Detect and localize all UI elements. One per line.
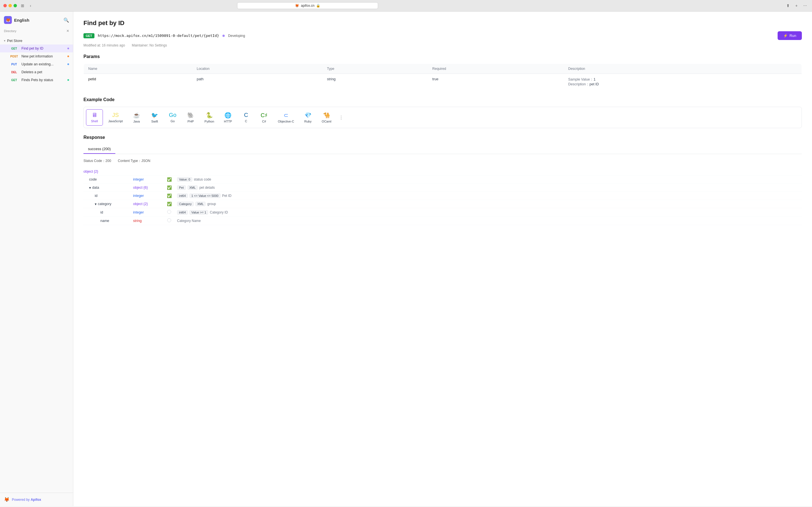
go-icon: Go bbox=[169, 112, 176, 118]
tab-shell-label: Shell bbox=[91, 119, 98, 123]
tree-type-id: integer bbox=[133, 194, 161, 198]
nav-label: Deletes a pet bbox=[21, 70, 42, 74]
tree-row-category: ▾ category object {2} ✅ Category XML gro… bbox=[84, 200, 802, 208]
brand-name: English bbox=[14, 18, 29, 22]
tree-check-id: ✅ bbox=[166, 193, 172, 198]
sidebar-footer: 🦊 Powered by Apifox bbox=[0, 493, 73, 506]
lock-icon: 🔒 bbox=[316, 4, 320, 8]
tab-ocaml-label: OCaml bbox=[322, 120, 331, 123]
maintainer-text: Maintainer: No Settings bbox=[132, 43, 167, 47]
more-tabs-button[interactable]: ⋮ bbox=[337, 109, 346, 126]
run-icon: ⚡ bbox=[783, 34, 788, 38]
tab-ruby-label: Ruby bbox=[304, 120, 312, 123]
tree-check-cat-name bbox=[166, 218, 172, 223]
objective-c-icon: ⊂ bbox=[284, 112, 289, 119]
tag-range: 1 <= Value <= 5000 bbox=[190, 193, 220, 198]
tab-python-label: Python bbox=[204, 120, 214, 123]
toggle-icon: ▾ bbox=[89, 186, 91, 190]
example-code-title: Example Code bbox=[84, 97, 802, 102]
tree-tags-data: Pet XML pet details bbox=[177, 185, 215, 190]
param-description: Sample Value：1 Description：pet ID bbox=[564, 74, 802, 91]
nav-label: Finds Pets by status bbox=[21, 78, 53, 82]
http-icon: 🌐 bbox=[224, 112, 232, 119]
nav-label: Find pet by ID bbox=[21, 47, 43, 50]
nav-label: New pet information bbox=[21, 54, 53, 58]
col-name: Name bbox=[84, 64, 192, 74]
tag-xml: XML bbox=[188, 185, 198, 190]
tree-name-data[interactable]: ▾ data bbox=[84, 186, 129, 190]
site-icon: 🦊 bbox=[295, 4, 299, 8]
meta-row: Modified at: 16 minutes ago Maintainer: … bbox=[84, 43, 802, 47]
tree-name-cat-name: name bbox=[84, 219, 129, 223]
tree-desc-id: Pet ID bbox=[222, 194, 232, 198]
footer-text: Powered by Apifox bbox=[12, 498, 41, 502]
ruby-icon: 💎 bbox=[305, 112, 312, 119]
tab-go[interactable]: Go Go bbox=[164, 109, 181, 126]
back-button[interactable]: ‹ bbox=[28, 3, 33, 8]
tree-check-category: ✅ bbox=[166, 202, 172, 206]
tab-csharp[interactable]: C♯ C# bbox=[256, 109, 273, 126]
code-tabs: 🖥 Shell JS JavaScript ☕ Java 🐦 Swift Go … bbox=[84, 107, 802, 128]
nav-dot bbox=[67, 63, 69, 65]
search-button[interactable]: 🔍 bbox=[63, 17, 69, 23]
address-bar[interactable]: 🦊 apifox.cn 🔒 bbox=[237, 2, 378, 9]
tree-type-category: object {2} bbox=[133, 202, 161, 206]
tab-go-label: Go bbox=[170, 119, 175, 123]
directory-label: Directory bbox=[4, 29, 16, 33]
share-button[interactable]: ⬆ bbox=[784, 3, 792, 8]
sidebar: 🦊 English 🔍 Directory × ▾ Pet Store GET … bbox=[0, 11, 73, 506]
sidebar-toggle-button[interactable]: ⊞ bbox=[19, 3, 26, 8]
status-text: Developing bbox=[228, 34, 245, 38]
page-title: Find pet by ID bbox=[84, 19, 802, 27]
tab-shell[interactable]: 🖥 Shell bbox=[86, 109, 103, 126]
response-tab-success[interactable]: success (200) bbox=[84, 145, 115, 154]
content-type-label: Content Type：JSON bbox=[118, 159, 150, 163]
tree-row-object: object {2} bbox=[84, 168, 802, 175]
tag-category: Category bbox=[177, 202, 194, 206]
params-title: Params bbox=[84, 54, 802, 59]
sidebar-item-delete-pet[interactable]: DEL Deletes a pet bbox=[0, 68, 73, 76]
response-tabs: success (200) bbox=[84, 145, 802, 154]
tab-ruby[interactable]: 💎 Ruby bbox=[299, 109, 316, 126]
sidebar-item-finds-pets[interactable]: GET Finds Pets by status bbox=[0, 76, 73, 84]
tab-http[interactable]: 🌐 HTTP bbox=[220, 109, 237, 126]
tree-check-data: ✅ bbox=[166, 185, 172, 190]
sidebar-item-update-pet[interactable]: PUT Update an existing... bbox=[0, 60, 73, 68]
tab-ocaml[interactable]: 🐪 OCaml bbox=[317, 109, 336, 126]
tab-java[interactable]: ☕ Java bbox=[128, 109, 145, 126]
java-icon: ☕ bbox=[133, 112, 140, 119]
sidebar-group-pet-store: ▾ Pet Store GET Find pet by ID POST New … bbox=[0, 36, 73, 85]
sidebar-group-header[interactable]: ▾ Pet Store bbox=[0, 37, 73, 45]
tab-objective-c[interactable]: ⊂ Objective-C bbox=[274, 109, 298, 126]
tree-type-code: integer bbox=[133, 177, 161, 181]
tree-tags-category: Category XML group bbox=[177, 202, 216, 206]
sidebar-item-new-pet[interactable]: POST New pet information bbox=[0, 52, 73, 60]
tree-desc-category: group bbox=[207, 202, 216, 206]
tab-python[interactable]: 🐍 Python bbox=[200, 109, 218, 126]
tree-desc-code: status code bbox=[194, 177, 211, 181]
tag-min-value: Value >= 1 bbox=[190, 210, 208, 215]
method-badge-get: GET bbox=[9, 47, 19, 50]
tab-java-label: Java bbox=[133, 120, 140, 123]
nav-dot bbox=[67, 48, 69, 49]
tree-name-category[interactable]: ▾ category bbox=[84, 202, 129, 206]
tree-check-cat-id bbox=[166, 210, 172, 215]
tab-javascript[interactable]: JS JavaScript bbox=[104, 109, 127, 126]
minimize-button[interactable] bbox=[8, 4, 12, 7]
status-dot bbox=[222, 35, 225, 37]
tree-row-cat-name: name string Category Name bbox=[84, 217, 802, 225]
toggle-icon: ▾ bbox=[95, 202, 97, 206]
tree-desc-cat-name: Category Name bbox=[177, 219, 201, 223]
new-tab-button[interactable]: + bbox=[794, 3, 799, 8]
c-icon: C bbox=[244, 112, 248, 118]
tab-php[interactable]: 🐘 PHP bbox=[182, 109, 199, 126]
close-button[interactable] bbox=[3, 4, 7, 7]
tab-swift[interactable]: 🐦 Swift bbox=[146, 109, 163, 126]
sidebar-collapse-button[interactable]: × bbox=[66, 29, 69, 34]
more-button[interactable]: ⋯ bbox=[802, 3, 809, 8]
sidebar-item-find-pet[interactable]: GET Find pet by ID bbox=[0, 45, 73, 52]
app-container: 🦊 English 🔍 Directory × ▾ Pet Store GET … bbox=[0, 11, 812, 506]
run-button[interactable]: ⚡ Run bbox=[777, 31, 802, 40]
maximize-button[interactable] bbox=[13, 4, 17, 7]
tab-c[interactable]: C C bbox=[238, 109, 255, 126]
